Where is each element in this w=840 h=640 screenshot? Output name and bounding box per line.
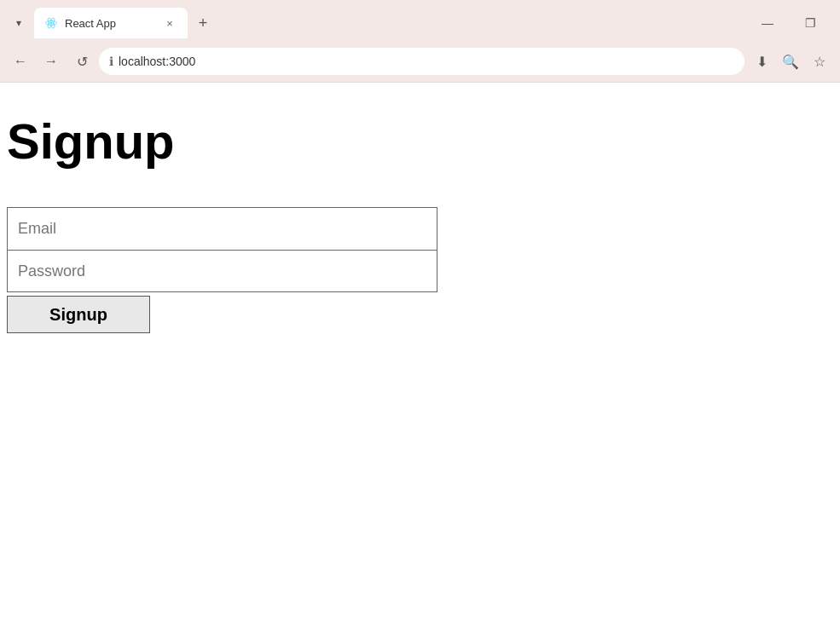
page-title: Signup xyxy=(7,117,833,166)
forward-button[interactable]: → xyxy=(38,48,65,75)
new-tab-button[interactable]: + xyxy=(191,11,215,35)
minimize-button[interactable]: — xyxy=(748,9,787,37)
reload-button[interactable]: ↺ xyxy=(68,48,96,75)
info-icon: ℹ xyxy=(109,55,113,68)
bookmark-star-icon[interactable]: ☆ xyxy=(806,48,833,75)
tab-bar: ▾ React App × + — ❐ xyxy=(0,0,840,41)
url-bar[interactable]: ℹ localhost:3000 xyxy=(99,48,744,75)
zoom-icon[interactable]: 🔍 xyxy=(777,48,804,75)
password-input[interactable] xyxy=(7,250,437,292)
url-text: localhost:3000 xyxy=(119,55,734,68)
back-button[interactable]: ← xyxy=(7,48,34,75)
signup-form: Signup xyxy=(7,207,833,333)
chevron-down-icon: ▾ xyxy=(16,17,21,29)
maximize-button[interactable]: ❐ xyxy=(791,9,830,37)
tab-close-button[interactable]: × xyxy=(162,15,177,31)
signup-button[interactable]: Signup xyxy=(7,296,150,333)
address-bar: ← → ↺ ℹ localhost:3000 ⬇ 🔍 ☆ xyxy=(0,41,840,82)
email-input[interactable] xyxy=(7,207,437,250)
address-actions: ⬇ 🔍 ☆ xyxy=(748,48,833,75)
react-favicon-icon xyxy=(44,16,58,30)
browser-chrome: ▾ React App × + — ❐ ← → ↺ ℹ localhost:30… xyxy=(0,0,840,83)
download-icon[interactable]: ⬇ xyxy=(748,48,775,75)
svg-point-0 xyxy=(50,22,53,25)
page-content: Signup Signup xyxy=(0,83,840,594)
active-tab[interactable]: React App × xyxy=(34,8,188,38)
tab-title: React App xyxy=(65,17,155,30)
window-controls: — ❐ xyxy=(748,9,833,37)
tab-dropdown-button[interactable]: ▾ xyxy=(7,11,31,35)
